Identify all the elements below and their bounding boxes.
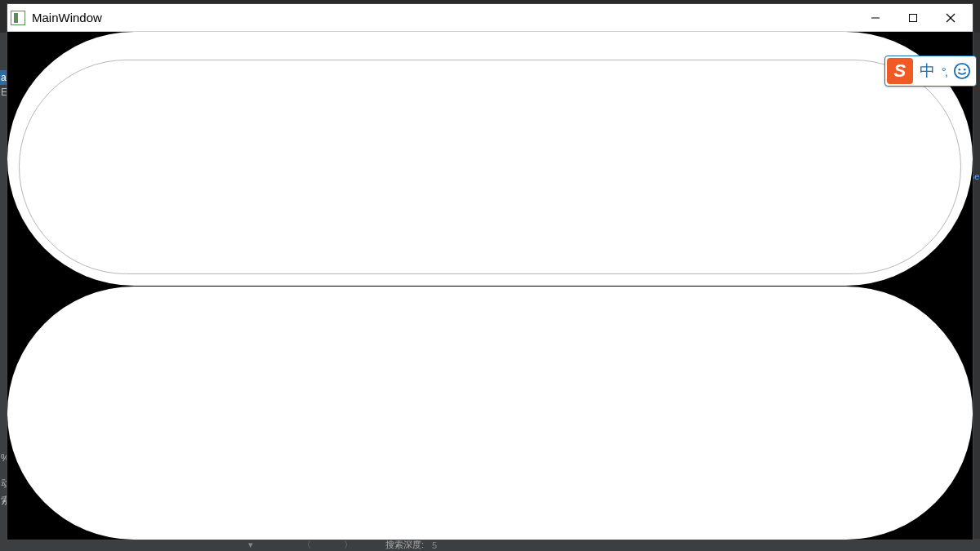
background-ide-statusbar: ▾ 〈 〉 搜索深度: 5: [0, 539, 980, 551]
top-pill-inner-outline: [19, 60, 961, 274]
minimize-icon: [871, 13, 880, 23]
bottom-pill-panel: [7, 287, 973, 540]
ime-emoji-button[interactable]: [953, 62, 971, 80]
bg-bottom-arrow-left-icon: 〈: [302, 539, 311, 551]
ime-punctuation-toggle[interactable]: °,: [942, 64, 947, 78]
svg-rect-1: [910, 14, 917, 21]
svg-point-4: [955, 64, 969, 78]
top-pill-panel: [7, 32, 973, 286]
maximize-button[interactable]: [894, 6, 932, 30]
client-area: [7, 32, 973, 540]
sogou-ime-logo-icon[interactable]: S: [887, 58, 913, 84]
bg-bottom-arrow-right-icon: 〉: [344, 539, 353, 551]
svg-point-5: [959, 69, 961, 71]
ime-toolbar[interactable]: S 中 °,: [884, 56, 977, 87]
close-button[interactable]: [932, 6, 969, 30]
bg-bottom-arrow-down-icon: ▾: [248, 540, 253, 550]
titlebar[interactable]: MainWindow: [7, 4, 973, 32]
app-icon: [11, 11, 25, 25]
main-window: MainWindow: [7, 3, 973, 540]
svg-point-6: [964, 69, 966, 71]
bg-bottom-search-depth-value: 5: [432, 540, 437, 550]
close-icon: [946, 13, 956, 23]
smile-icon: [953, 62, 971, 80]
ime-language-toggle[interactable]: 中: [920, 60, 935, 82]
minimize-button[interactable]: [857, 6, 894, 30]
maximize-icon: [908, 13, 918, 23]
bg-bottom-search-depth-label: 搜索深度:: [385, 539, 424, 551]
window-title: MainWindow: [32, 11, 102, 24]
